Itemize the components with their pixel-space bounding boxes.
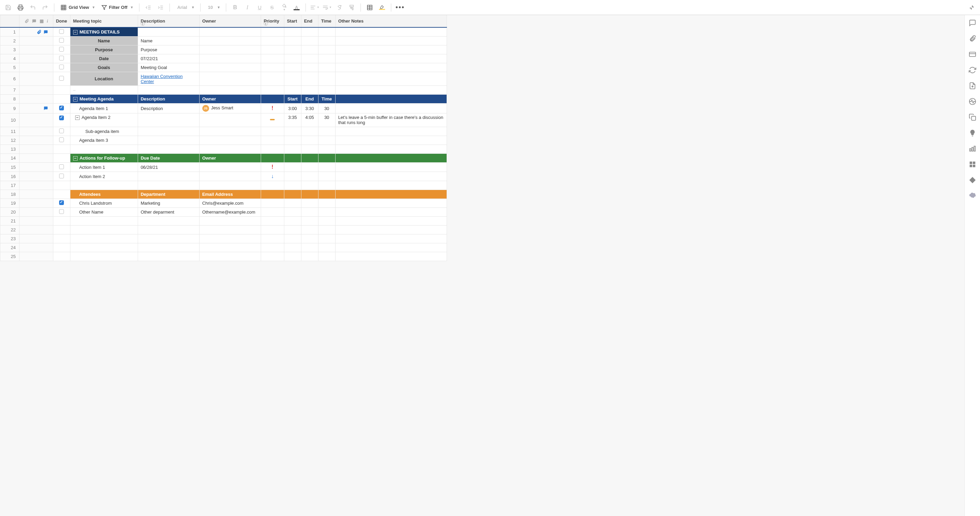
cell[interactable] (53, 243, 70, 252)
strikethrough-button[interactable]: S (267, 2, 277, 13)
start-cell[interactable]: 3:35 (284, 113, 301, 127)
detail-label[interactable]: Date (70, 54, 138, 63)
cell[interactable] (138, 234, 199, 243)
lightbulb-icon[interactable] (969, 129, 976, 137)
cell[interactable] (318, 172, 335, 181)
cell[interactable] (335, 86, 447, 95)
publish-icon[interactable] (969, 82, 976, 89)
cell[interactable] (138, 127, 199, 136)
cell[interactable] (335, 190, 447, 199)
email-cell[interactable]: Chris@example.com (199, 199, 261, 208)
wrap-button[interactable]: ▼ (321, 2, 332, 13)
cell[interactable] (261, 243, 284, 252)
checkbox[interactable] (59, 38, 64, 43)
col-desc[interactable]: Descriptioni (138, 15, 199, 27)
cell[interactable] (53, 95, 70, 104)
cell[interactable] (261, 127, 284, 136)
done-cell[interactable] (53, 199, 70, 208)
cell[interactable] (199, 136, 261, 145)
cell[interactable] (318, 217, 335, 226)
checkbox[interactable] (59, 29, 64, 34)
cell[interactable] (284, 37, 301, 45)
cell[interactable] (53, 86, 70, 95)
cell[interactable] (284, 127, 301, 136)
cell[interactable] (335, 217, 447, 226)
cell[interactable] (335, 172, 447, 181)
format-painter-button[interactable] (346, 2, 357, 13)
done-cell[interactable] (53, 208, 70, 217)
checkbox-checked[interactable] (59, 200, 64, 205)
cell[interactable] (261, 234, 284, 243)
summary-icon[interactable] (969, 145, 976, 153)
cell[interactable] (261, 72, 284, 86)
col-start[interactable]: Start (284, 15, 301, 27)
detail-value[interactable]: Name (138, 37, 199, 45)
col-topic[interactable]: Meeting topic (70, 15, 138, 27)
cell[interactable] (284, 162, 301, 172)
cell[interactable] (301, 154, 318, 162)
cell[interactable] (261, 136, 284, 145)
notes-cell[interactable] (335, 104, 447, 113)
highlight-button[interactable] (377, 5, 388, 10)
undo-button[interactable] (27, 2, 38, 13)
empty-row[interactable]: 7 – (0, 86, 447, 95)
cell[interactable] (301, 54, 318, 63)
attachments-panel-icon[interactable] (969, 35, 976, 42)
cell[interactable] (199, 172, 261, 181)
cell[interactable] (70, 234, 138, 243)
agenda-row[interactable]: 12 Agenda Item 3 (0, 136, 447, 145)
collapse-toolbar-button[interactable] (966, 2, 977, 13)
empty-row[interactable]: 22 (0, 226, 447, 234)
brandfolder-icon[interactable] (969, 176, 976, 184)
topic-cell[interactable]: −Agenda Item 2 (70, 113, 138, 127)
more-button[interactable]: ••• (395, 2, 406, 13)
col-notes[interactable]: Other Notes (335, 15, 447, 27)
cell[interactable] (335, 252, 447, 261)
done-cell[interactable] (53, 136, 70, 145)
cell[interactable] (335, 199, 447, 208)
cell[interactable] (261, 45, 284, 54)
checkbox[interactable] (59, 47, 64, 52)
conditional-format-button[interactable] (364, 2, 375, 13)
cell[interactable] (301, 217, 318, 226)
done-cell[interactable] (53, 72, 70, 86)
owner-cell[interactable] (199, 113, 261, 127)
time-cell[interactable]: 30 (318, 113, 335, 127)
cell[interactable] (318, 208, 335, 217)
cell[interactable] (284, 145, 301, 154)
col-end[interactable]: End (301, 15, 318, 27)
cell[interactable] (284, 243, 301, 252)
location-link[interactable]: Hawaiian Convention Center (141, 74, 183, 84)
cell[interactable] (284, 208, 301, 217)
cell[interactable] (284, 45, 301, 54)
cell[interactable] (199, 234, 261, 243)
cell[interactable] (335, 54, 447, 63)
detail-row[interactable]: 4 Date 07/22/21 (0, 54, 447, 63)
done-cell[interactable] (53, 162, 70, 172)
cell[interactable] (261, 199, 284, 208)
topic-cell[interactable]: Sub-agenda item (70, 127, 138, 136)
subheader[interactable]: Owner (199, 95, 261, 104)
cell[interactable] (284, 252, 301, 261)
name-cell[interactable]: Other Name (70, 208, 138, 217)
cell[interactable] (53, 252, 70, 261)
cell[interactable] (70, 181, 138, 190)
cell[interactable] (335, 127, 447, 136)
done-cell[interactable] (53, 37, 70, 45)
cell[interactable] (138, 27, 199, 37)
col-time[interactable]: Time (318, 15, 335, 27)
cell[interactable] (284, 190, 301, 199)
sheet-area[interactable]: i Done Meeting topic Descriptioni Owner … (0, 15, 964, 516)
cell[interactable] (53, 234, 70, 243)
cell[interactable] (70, 226, 138, 234)
fillcolor-button[interactable]: ▼ (279, 3, 290, 11)
cell[interactable] (318, 162, 335, 172)
italic-button[interactable]: I (242, 2, 253, 13)
cell[interactable] (284, 181, 301, 190)
cell[interactable] (301, 208, 318, 217)
notes-cell[interactable]: Let's leave a 5-min buffer in case there… (335, 113, 447, 127)
save-button[interactable] (3, 2, 14, 13)
detail-row[interactable]: 3 Purpose Purpose (0, 45, 447, 54)
topic-cell[interactable]: Agenda Item 3 (70, 136, 138, 145)
cell[interactable] (335, 95, 447, 104)
